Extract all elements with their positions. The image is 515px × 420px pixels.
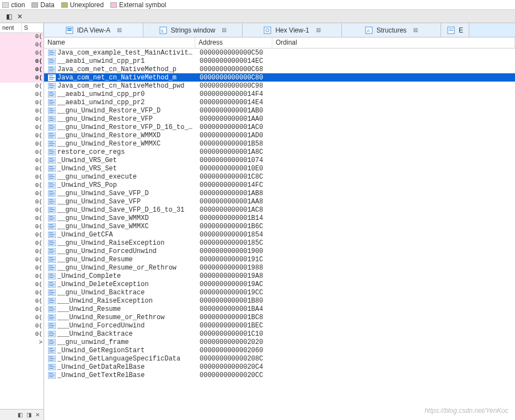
- table-row[interactable]: _Unwind_GetDataRelBase00000000000020C4: [44, 363, 515, 371]
- table-row[interactable]: __gnu_Unwind_Backtrace00000000000019CC: [44, 288, 515, 297]
- table-row[interactable]: ___Unwind_Resume0000000000001BA4: [44, 305, 515, 313]
- table-row[interactable]: _Unwind_DeleteException00000000000019AC: [44, 280, 515, 288]
- table-row[interactable]: ___Unwind_RaiseException0000000000001B80: [44, 297, 515, 305]
- table-row[interactable]: _Unwind_VRS_Get0000000000001074: [44, 156, 515, 164]
- left-row[interactable]: 0(: [0, 215, 44, 223]
- table-row[interactable]: __gnu_Unwind_Save_WMMXD0000000000001B14: [44, 214, 515, 222]
- table-row[interactable]: _Unwind_Complete00000000000019A8: [44, 272, 515, 280]
- table-row[interactable]: __gnu_unwind_execute0000000000001C8C: [44, 173, 515, 181]
- left-row[interactable]: 0(: [0, 289, 44, 298]
- table-row[interactable]: __gnu_Unwind_Save_WMMXC0000000000001B6C: [44, 222, 515, 230]
- left-row[interactable]: 0(: [0, 256, 44, 265]
- left-row[interactable]: 0(: [0, 124, 44, 132]
- left-row[interactable]: 0(: [0, 174, 44, 182]
- table-row[interactable]: Java_com_net_cn_NativeMethod_pwd00000000…: [44, 82, 515, 90]
- table-row[interactable]: __gnu_Unwind_Restore_VFP_D_16_to_3100000…: [44, 123, 515, 131]
- function-name: ___Unwind_RaiseException: [57, 297, 196, 305]
- left-row[interactable]: 0(: [0, 248, 44, 256]
- tab-pin-icon[interactable]: ◧: [16, 411, 24, 419]
- left-row[interactable]: 0(: [0, 132, 44, 141]
- pin-icon[interactable]: ◧: [4, 12, 13, 21]
- table-row[interactable]: __gnu_Unwind_Restore_WMMXC0000000000001B…: [44, 139, 515, 148]
- table-row[interactable]: ___Unwind_ForcedUnwind0000000000001BEC: [44, 321, 515, 330]
- left-row[interactable]: 0(: [0, 223, 44, 231]
- tab-close-icon[interactable]: ✕: [34, 411, 41, 419]
- left-row[interactable]: 0(: [0, 157, 44, 165]
- left-row[interactable]: 0(: [0, 41, 44, 50]
- table-row[interactable]: _Unwind_GetCFA0000000000001854: [44, 230, 515, 239]
- close-icon[interactable]: ⊠: [413, 26, 418, 34]
- left-row[interactable]: 0(: [0, 66, 44, 74]
- table-row[interactable]: __gnu_Unwind_Restore_WMMXD0000000000001A…: [44, 131, 515, 139]
- left-col1[interactable]: nent: [0, 23, 22, 33]
- close-icon[interactable]: ⊠: [117, 26, 122, 34]
- table-row[interactable]: __aeabi_unwind_cpp_pr100000000000014EC: [44, 57, 515, 65]
- col-address[interactable]: Address: [195, 37, 272, 48]
- table-row[interactable]: _Unwind_VRS_Pop00000000000014FC: [44, 181, 515, 189]
- left-row[interactable]: 0(: [0, 207, 44, 215]
- table-row[interactable]: __gnu_Unwind_Resume_or_Rethrow0000000000…: [44, 263, 515, 272]
- table-row[interactable]: __aeabi_unwind_cpp_pr200000000000014E4: [44, 98, 515, 106]
- left-row[interactable]: 0(: [0, 91, 44, 99]
- left-row[interactable]: 0(: [0, 149, 44, 157]
- table-row[interactable]: __aeabi_unwind_cpp_pr000000000000014F4: [44, 90, 515, 98]
- left-row[interactable]: 0(: [0, 33, 44, 41]
- table-row[interactable]: __gnu_Unwind_Save_VFP0000000000001AA8: [44, 197, 515, 206]
- close-icon[interactable]: ✕: [15, 12, 24, 21]
- close-icon[interactable]: ⊠: [222, 26, 227, 34]
- table-row[interactable]: __gnu_Unwind_Restore_VFP_D0000000000001A…: [44, 106, 515, 115]
- col-name[interactable]: Name: [44, 37, 195, 48]
- table-row[interactable]: _Unwind_GetLanguageSpecificData000000000…: [44, 354, 515, 363]
- tab-e[interactable]: E: [441, 23, 469, 37]
- table-row[interactable]: ___Unwind_Backtrace0000000000001C10: [44, 330, 515, 338]
- table-row[interactable]: _Unwind_GetRegionStart0000000000002060: [44, 346, 515, 354]
- function-list[interactable]: Java_com_example_test_MainActivity_get…0…: [44, 49, 515, 420]
- col-ordinal[interactable]: Ordinal: [272, 37, 515, 48]
- left-row[interactable]: 0(: [0, 190, 44, 198]
- left-row[interactable]: 0(: [0, 141, 44, 149]
- left-row[interactable]: 0(: [0, 322, 44, 331]
- left-row[interactable]: 0(: [0, 182, 44, 190]
- tab-strings-window[interactable]: sStrings window⊠: [143, 23, 243, 37]
- table-row[interactable]: _Unwind_VRS_Set00000000000010E0: [44, 164, 515, 173]
- table-row[interactable]: __gnu_unwind_frame0000000000002020: [44, 338, 515, 346]
- table-row[interactable]: __gnu_Unwind_RaiseException0000000000001…: [44, 239, 515, 247]
- left-row[interactable]: 0(: [0, 99, 44, 107]
- table-row[interactable]: __gnu_Unwind_Restore_VFP0000000000001AA0: [44, 115, 515, 123]
- left-col2[interactable]: S: [22, 23, 44, 33]
- left-row[interactable]: 0(: [0, 298, 44, 306]
- left-row[interactable]: 0(: [0, 83, 44, 91]
- left-row[interactable]: 0(: [0, 273, 44, 281]
- table-row[interactable]: Java_com_example_test_MainActivity_get…0…: [44, 49, 515, 57]
- left-row[interactable]: >: [0, 339, 44, 347]
- table-row[interactable]: Java_com_net_cn_NativeMethod_m0000000000…: [44, 73, 515, 82]
- table-row[interactable]: ___Unwind_Resume_or_Rethrow0000000000001…: [44, 313, 515, 321]
- tab-unpin-icon[interactable]: ◨: [25, 411, 33, 419]
- left-row[interactable]: 0(: [0, 74, 44, 83]
- table-row[interactable]: _Unwind_GetTextRelBase00000000000020CC: [44, 371, 515, 379]
- table-row[interactable]: __gnu_Unwind_ForcedUnwind000000000000190…: [44, 247, 515, 255]
- table-row[interactable]: __gnu_Unwind_Save_VFP_D0000000000001AB8: [44, 189, 515, 197]
- left-row[interactable]: 0(: [0, 240, 44, 248]
- table-row[interactable]: __gnu_Unwind_Resume000000000000191C: [44, 255, 515, 263]
- svg-rect-18: [49, 61, 55, 61]
- left-row[interactable]: 0(: [0, 231, 44, 240]
- left-row[interactable]: 0(: [0, 306, 44, 314]
- left-row[interactable]: 0(: [0, 50, 44, 58]
- left-row[interactable]: 0(: [0, 116, 44, 124]
- left-row[interactable]: 0(: [0, 165, 44, 174]
- left-row[interactable]: 0(: [0, 58, 44, 66]
- left-row[interactable]: 0(: [0, 265, 44, 273]
- close-icon[interactable]: ⊠: [316, 26, 321, 34]
- left-row[interactable]: 0(: [0, 331, 44, 339]
- tab-structures[interactable]: AStructures⊠: [342, 23, 441, 37]
- left-row[interactable]: 0(: [0, 107, 44, 116]
- table-row[interactable]: restore_core_regs0000000000001A8C: [44, 148, 515, 156]
- left-row[interactable]: 0(: [0, 314, 44, 322]
- tab-ida-view-a[interactable]: IDA View-A⊠: [44, 23, 143, 37]
- tab-hex-view-1[interactable]: Hex View-1⊠: [243, 23, 342, 37]
- left-row[interactable]: 0(: [0, 198, 44, 207]
- table-row[interactable]: __gnu_Unwind_Save_VFP_D_16_to_3100000000…: [44, 206, 515, 214]
- left-row[interactable]: 0(: [0, 281, 44, 289]
- table-row[interactable]: Java_com_net_cn_NativeMethod_p0000000000…: [44, 65, 515, 73]
